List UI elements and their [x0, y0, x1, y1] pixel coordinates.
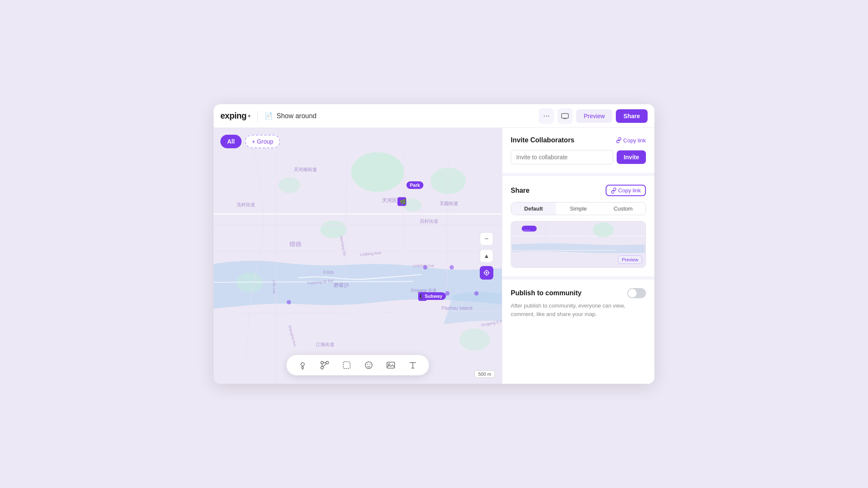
share-tab-simple[interactable]: Simple	[556, 202, 601, 215]
share-preview: —— Preview	[511, 221, 646, 268]
map-area[interactable]: 天河南街道 天河区 天园街道 洗村街道 员村街道 猎德 磨碟沙 Xingang …	[214, 128, 502, 384]
invite-copy-link-label: Copy link	[623, 137, 646, 144]
text-tool-button[interactable]	[407, 359, 419, 371]
invite-header: Invite Collaborators Copy link	[511, 136, 646, 144]
svg-text:Lide Ave: Lide Ave	[272, 280, 276, 294]
svg-point-39	[450, 265, 454, 269]
bottom-toolbar	[287, 355, 429, 375]
share-tab-custom[interactable]: Custom	[601, 202, 645, 215]
invite-title: Invite Collaborators	[511, 136, 574, 144]
pin-tool-button[interactable]	[297, 359, 309, 371]
share-tabs: Default Simple Custom	[511, 202, 646, 215]
svg-text:磨碟沙: 磨碟沙	[334, 282, 349, 288]
publish-section: Publish to community After publish to co…	[502, 280, 654, 327]
svg-text:天河区: 天河区	[382, 197, 397, 203]
svg-point-10	[459, 329, 490, 351]
share-section: Share Copy link Default Simple	[502, 176, 654, 280]
invite-section: Invite Collaborators Copy link Invite	[502, 128, 654, 176]
svg-point-40	[287, 300, 291, 304]
filter-all-button[interactable]: All	[220, 135, 242, 148]
svg-text:猎德: 猎德	[289, 241, 301, 247]
header: exping ▾ 📄 Show around ··· Preview Share	[214, 104, 654, 128]
svg-text:天园街道: 天园街道	[440, 201, 458, 206]
svg-point-4	[351, 152, 404, 192]
main-content: 天河南街道 天河区 天园街道 洗村街道 员村街道 猎德 磨碟沙 Xingang …	[214, 128, 654, 384]
svg-line-65	[512, 250, 615, 251]
svg-text:洗村街道: 洗村街道	[236, 202, 255, 207]
invite-row: Invite	[511, 150, 646, 164]
park-marker-label: Park	[410, 183, 420, 188]
svg-point-58	[486, 272, 487, 274]
filter-group-label: + Group	[252, 138, 273, 145]
subway-marker[interactable]: Subway	[421, 292, 446, 300]
location-button[interactable]	[480, 266, 493, 280]
share-copy-link-label: Copy link	[618, 187, 641, 194]
share-copy-link-button[interactable]: Copy link	[606, 185, 646, 196]
tab-custom-label: Custom	[614, 205, 633, 212]
map-svg: 天河南街道 天河区 天园街道 洗村街道 员村街道 猎德 磨碟沙 Xingang …	[214, 128, 502, 384]
publish-toggle[interactable]	[627, 288, 646, 298]
invite-copy-link-button[interactable]: Copy link	[616, 137, 646, 144]
logo-area[interactable]: exping ▾	[220, 111, 250, 121]
subway-marker-label: Subway	[425, 294, 442, 299]
publish-description: After publish to community, everyone can…	[511, 302, 646, 318]
screen-button[interactable]	[557, 108, 573, 124]
zoom-out-button[interactable]: −	[480, 232, 493, 246]
park-marker[interactable]: Park	[406, 181, 423, 189]
publish-title: Publish to community	[511, 289, 581, 297]
more-button[interactable]: ···	[539, 108, 554, 124]
tab-default-label: Default	[524, 205, 543, 212]
svg-text:员村街道: 员村街道	[420, 219, 438, 224]
svg-point-42	[474, 291, 479, 295]
publish-header: Publish to community	[511, 288, 646, 298]
share-header: Share Copy link	[511, 185, 646, 196]
invite-button[interactable]: Invite	[617, 150, 646, 164]
svg-point-54	[370, 364, 370, 365]
share-tab-default[interactable]: Default	[511, 202, 556, 215]
svg-point-52	[365, 362, 372, 369]
svg-point-68	[593, 222, 614, 237]
right-panel: Invite Collaborators Copy link Invite	[502, 128, 654, 384]
svg-point-38	[423, 265, 427, 269]
minus-icon: −	[484, 235, 488, 243]
svg-rect-51	[343, 362, 350, 369]
svg-text:Pazhou Island: Pazhou Island	[442, 305, 473, 311]
logo-caret-icon: ▾	[248, 113, 250, 119]
svg-text:🌿: 🌿	[400, 199, 406, 205]
filter-group-button[interactable]: + Group	[245, 135, 280, 148]
svg-point-47	[301, 363, 304, 366]
filter-bar: All + Group	[220, 135, 280, 148]
svg-rect-55	[387, 362, 395, 368]
select-tool-button[interactable]	[341, 359, 353, 371]
route-tool-button[interactable]	[319, 359, 331, 371]
share-title: Share	[511, 187, 529, 194]
svg-point-41	[445, 291, 449, 295]
svg-text:江海街道: 江海街道	[316, 342, 334, 347]
preview-button[interactable]: Preview	[576, 109, 612, 123]
app-window: exping ▾ 📄 Show around ··· Preview Share	[214, 104, 654, 384]
tab-simple-label: Simple	[570, 205, 587, 212]
invite-input[interactable]	[511, 150, 613, 164]
svg-point-50	[321, 361, 323, 364]
svg-text:——: ——	[523, 228, 530, 232]
document-icon: 📄	[264, 112, 273, 120]
doc-title: Show around	[276, 112, 316, 120]
preview-card-button[interactable]: Preview	[618, 255, 642, 264]
share-button[interactable]: Share	[616, 109, 648, 123]
compass-button[interactable]: ▲	[480, 249, 493, 263]
scale-bar: 500 m	[474, 370, 495, 378]
svg-point-53	[367, 364, 368, 365]
svg-point-6	[278, 177, 300, 193]
logo-text: exping	[220, 111, 246, 121]
svg-point-8	[404, 199, 422, 212]
svg-text:芳园路: 芳园路	[323, 270, 334, 274]
image-tool-button[interactable]	[385, 359, 397, 371]
svg-text:天河南街道: 天河南街道	[294, 167, 317, 172]
scale-value: 500 m	[478, 372, 491, 377]
zoom-controls: − ▲	[480, 232, 493, 280]
emoji-tool-button[interactable]	[363, 359, 375, 371]
header-divider	[257, 111, 258, 121]
svg-rect-0	[562, 114, 568, 118]
